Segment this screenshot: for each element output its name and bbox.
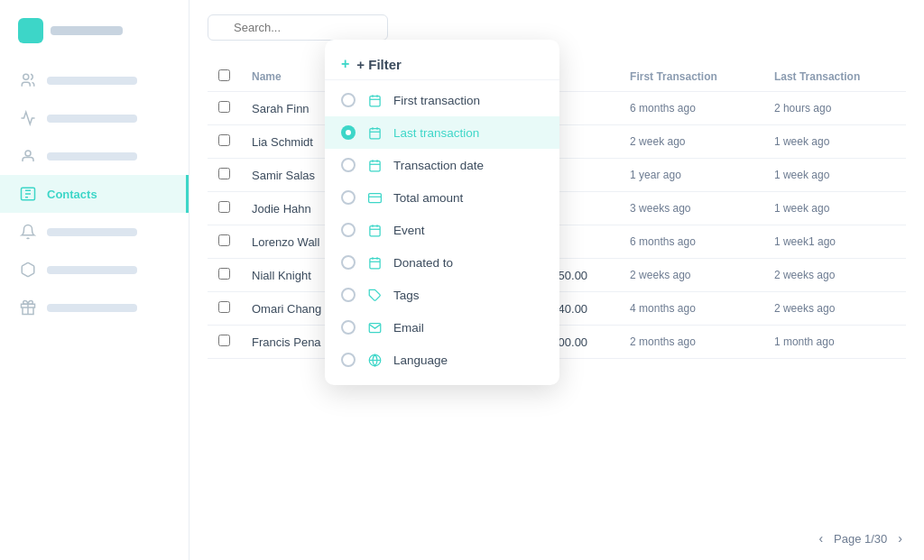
row-first-tx: 3 weeks ago (619, 192, 763, 225)
filter-item-icon-tags (366, 287, 383, 303)
gift-icon (18, 298, 38, 317)
filter-item-label-event: Event (393, 224, 425, 237)
sidebar-item-3[interactable] (0, 137, 189, 175)
page-label: Page 1/30 (834, 532, 887, 546)
row-checkbox-cell (208, 125, 241, 159)
logo-icon (18, 18, 43, 43)
filter-item-event[interactable]: Event (325, 214, 559, 246)
radio-empty (341, 320, 356, 335)
sidebar-item-label-5 (47, 228, 137, 236)
filter-item-last-transaction[interactable]: Last transaction (325, 116, 559, 149)
header-last-tx: Last Transaction (763, 62, 906, 92)
bell-icon (18, 222, 38, 242)
filter-item-first-transaction[interactable]: First transaction (325, 84, 559, 116)
filter-item-total-amount[interactable]: Total amount (325, 181, 559, 214)
filter-item-label-language: Language (393, 353, 448, 367)
select-all-checkbox[interactable] (218, 69, 230, 81)
chart-icon (18, 108, 38, 128)
filter-item-tags[interactable]: Tags (325, 279, 559, 311)
row-checkbox-0[interactable] (218, 101, 230, 113)
next-page-button[interactable]: › (894, 529, 906, 547)
row-checkbox-cell (208, 92, 241, 125)
prev-page-button[interactable]: ‹ (815, 529, 827, 547)
filter-item-language[interactable]: Language (325, 344, 559, 376)
filter-item-label-email: Email (393, 321, 424, 335)
box-icon (18, 260, 38, 280)
row-checkbox-5[interactable] (218, 268, 230, 280)
search-input[interactable] (208, 14, 388, 41)
filter-item-donated-to[interactable]: Donated to (325, 246, 559, 279)
row-first-tx: 2 weeks ago (619, 259, 763, 292)
row-checkbox-7[interactable] (218, 335, 230, 346)
sidebar-item-label-1 (47, 77, 137, 85)
row-last-tx: 1 week ago (763, 125, 906, 159)
row-last-tx: 1 week ago (763, 159, 906, 192)
filter-item-icon-donated-to (366, 254, 383, 271)
logo-text (51, 26, 123, 35)
sidebar-item-contacts[interactable]: Contacts (0, 175, 189, 213)
row-last-tx: 1 week1 ago (763, 225, 906, 259)
filter-item-icon-total-amount (366, 189, 383, 206)
svg-rect-20 (368, 193, 381, 202)
filter-item-label-transaction-date: Transaction date (393, 159, 484, 172)
row-checkbox-4[interactable] (218, 234, 230, 246)
sidebar-item-7[interactable] (0, 289, 189, 326)
filter-item-icon-last-transaction (366, 124, 383, 141)
header-checkbox-cell (208, 62, 241, 92)
filter-item-label-tags: Tags (393, 289, 420, 302)
filter-dropdown-header: + + Filter (325, 49, 559, 80)
svg-rect-26 (369, 258, 379, 268)
svg-rect-8 (369, 96, 379, 106)
filter-item-icon-event (366, 222, 383, 238)
filter-dropdown: + + Filter First transaction Last transa… (325, 40, 559, 385)
filter-label: + Filter (356, 57, 402, 72)
row-last-tx: 1 week ago (763, 192, 906, 225)
filter-item-icon-transaction-date (366, 157, 383, 173)
contacts-icon (18, 184, 38, 204)
sidebar-item-label-contacts: Contacts (47, 188, 97, 201)
filter-item-icon-first-transaction (366, 92, 383, 108)
filter-item-label-donated-to: Donated to (393, 256, 453, 270)
row-checkbox-1[interactable] (218, 134, 230, 146)
svg-point-1 (25, 151, 31, 156)
row-first-tx: 6 months ago (619, 92, 763, 125)
row-first-tx: 1 year ago (619, 159, 763, 192)
row-checkbox-cell (208, 225, 241, 259)
row-checkbox-cell (208, 159, 241, 192)
radio-empty (341, 353, 356, 367)
radio-selected (341, 125, 356, 140)
row-last-tx: 2 weeks ago (763, 292, 906, 326)
row-first-tx: 2 months ago (619, 326, 763, 359)
user-icon (18, 146, 38, 166)
sidebar-item-1[interactable] (0, 61, 189, 99)
row-first-tx: 6 months ago (619, 225, 763, 259)
radio-empty (341, 190, 356, 205)
sidebar-logo (0, 18, 189, 61)
filter-item-icon-language (366, 352, 383, 368)
row-checkbox-3[interactable] (218, 201, 230, 213)
svg-rect-12 (369, 128, 379, 138)
svg-rect-22 (369, 225, 379, 235)
row-last-tx: 2 weeks ago (763, 259, 906, 292)
filter-item-email[interactable]: Email (325, 311, 559, 344)
pagination: ‹ Page 1/30 › (815, 529, 906, 547)
filter-item-icon-email (366, 319, 383, 335)
sidebar-item-6[interactable] (0, 251, 189, 289)
row-checkbox-6[interactable] (218, 301, 230, 313)
filter-item-transaction-date[interactable]: Transaction date (325, 149, 559, 181)
sidebar-item-2[interactable] (0, 99, 189, 137)
radio-empty (341, 223, 356, 237)
filter-plus-icon: + (341, 56, 349, 72)
radio-empty (341, 158, 356, 172)
sidebar-item-5[interactable] (0, 213, 189, 251)
filter-item-label-first-transaction: First transaction (393, 94, 480, 107)
sidebar-item-label-7 (47, 304, 137, 312)
row-checkbox-2[interactable] (218, 168, 230, 179)
row-checkbox-cell (208, 292, 241, 326)
radio-empty (341, 255, 356, 270)
svg-rect-16 (369, 161, 379, 170)
radio-empty (341, 288, 356, 302)
radio-empty (341, 93, 356, 107)
filter-item-label-total-amount: Total amount (393, 191, 463, 205)
svg-point-0 (23, 74, 29, 79)
